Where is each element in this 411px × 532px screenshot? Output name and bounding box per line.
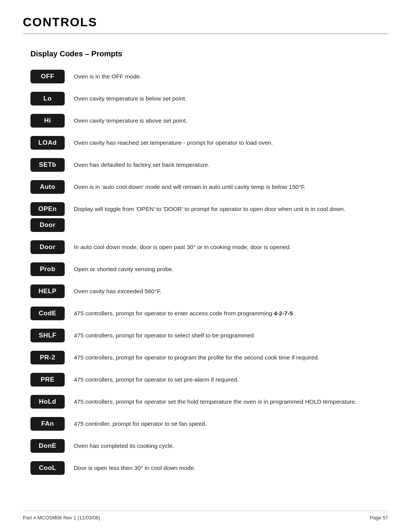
footer-part-number: Part # MCOSM06 Rev 1 (11/03/08) <box>23 515 100 521</box>
code-row-lo: LoOven cavity temperature is below set p… <box>30 92 388 105</box>
code-badge-load: LOAd <box>30 136 65 150</box>
code-description-open-door: Display will toggle from 'OPEN' to 'DOOR… <box>74 202 345 213</box>
code-badge-shlf: SHLF <box>30 329 65 342</box>
code-description-done: Oven has completed its cooking cycle. <box>74 439 174 450</box>
code-badge-help: HELP <box>30 284 65 298</box>
code-badge-pr2: PR-2 <box>30 351 65 364</box>
code-description-auto: Oven is in 'auto cool down' mode and wil… <box>74 180 306 191</box>
code-description-lo: Oven cavity temperature is below set poi… <box>74 92 186 103</box>
code-description-hold: 475 controllers, prompt for operator set… <box>74 395 357 406</box>
code-badge-cool: CooL <box>30 461 65 475</box>
code-badge-door: Door <box>30 218 65 232</box>
code-badge-hi: Hi <box>30 114 65 128</box>
code-row-done: DonEOven has completed its cooking cycle… <box>30 439 388 453</box>
code-badge-off: OFF <box>30 70 65 83</box>
code-row-hi: HiOven cavity temperature is above set p… <box>30 114 388 128</box>
code-description-cool: Door is open less then 30° in cool down … <box>74 461 196 472</box>
code-row-pre: PRE475 controllers, prompt for operator … <box>30 373 388 387</box>
code-description-shlf: 475 controllers, prompt for operator to … <box>74 329 255 340</box>
code-badge-hold: HoLd <box>30 395 65 409</box>
page-footer: Part # MCOSM06 Rev 1 (11/03/08) Page 57 <box>23 511 388 521</box>
code-description-pr2: 475 controllers, prompt for operator to … <box>74 351 319 362</box>
codes-container: OFFOven is in the OFF mode.LoOven cavity… <box>30 70 388 475</box>
code-row-prob: ProbOpen or shorted cavity sensing probe… <box>30 262 388 276</box>
code-badge-code: CodE <box>30 307 65 320</box>
badge-group-open-door: OPEnDoor <box>30 202 65 232</box>
code-badge-lo: Lo <box>30 92 65 105</box>
code-badge-open: OPEn <box>30 202 65 216</box>
code-row-help: HELPOven cavity has exceeded 560°F. <box>30 284 388 298</box>
code-badge-pre: PRE <box>30 373 65 387</box>
code-row-cool: CooLDoor is open less then 30° in cool d… <box>30 461 388 475</box>
code-description-prob: Open or shorted cavity sensing probe. <box>74 262 174 273</box>
page-title: CONTROLS <box>23 15 388 29</box>
code-row-hold: HoLd475 controllers, prompt for operator… <box>30 395 388 409</box>
code-row-pr2: PR-2475 controllers, prompt for operator… <box>30 351 388 364</box>
code-row-auto: AutoOven is in 'auto cool down' mode and… <box>30 180 388 194</box>
code-description-code: 475 controllers, prompt for operator to … <box>74 307 295 318</box>
code-description-door: In auto cool down mode, door is open pas… <box>74 240 291 251</box>
code-row-load: LOAdOven cavity has reached set temperat… <box>30 136 388 150</box>
code-row-code: CodE475 controllers, prompt for operator… <box>30 307 388 320</box>
page-header: CONTROLS <box>23 15 388 34</box>
code-description-help: Oven cavity has exceeded 560°F. <box>74 284 161 296</box>
code-description-off: Oven is in the OFF mode. <box>74 70 141 81</box>
code-row-off: OFFOven is in the OFF mode. <box>30 70 388 83</box>
code-badge-prob: Prob <box>30 262 65 276</box>
code-badge-fan: FAn <box>30 417 65 431</box>
code-description-load: Oven cavity has reached set temperature … <box>74 136 273 147</box>
code-row-door: DoorIn auto cool down mode, door is open… <box>30 240 388 254</box>
code-description-hi: Oven cavity temperature is above set poi… <box>74 114 187 125</box>
code-badge-door: Door <box>30 240 65 254</box>
code-description-setb: Oven has defaulted to factory set back t… <box>74 158 210 169</box>
code-badge-auto: Auto <box>30 180 65 194</box>
footer-page-number: Page 57 <box>370 515 388 521</box>
display-codes-section: Display Codes – Prompts OFFOven is in th… <box>30 50 388 475</box>
code-row-fan: FAn475 controller, prompt for operator t… <box>30 417 388 431</box>
code-badge-setb: SETb <box>30 158 65 172</box>
code-row-shlf: SHLF475 controllers, prompt for operator… <box>30 329 388 342</box>
section-title: Display Codes – Prompts <box>30 50 388 58</box>
code-row-open-door: OPEnDoorDisplay will toggle from 'OPEN' … <box>30 202 388 232</box>
code-row-setb: SETbOven has defaulted to factory set ba… <box>30 158 388 172</box>
code-description-fan: 475 controller, prompt for operator to s… <box>74 417 207 428</box>
code-badge-done: DonE <box>30 439 65 453</box>
code-description-pre: 475 controllers, prompt for operator to … <box>74 373 239 384</box>
